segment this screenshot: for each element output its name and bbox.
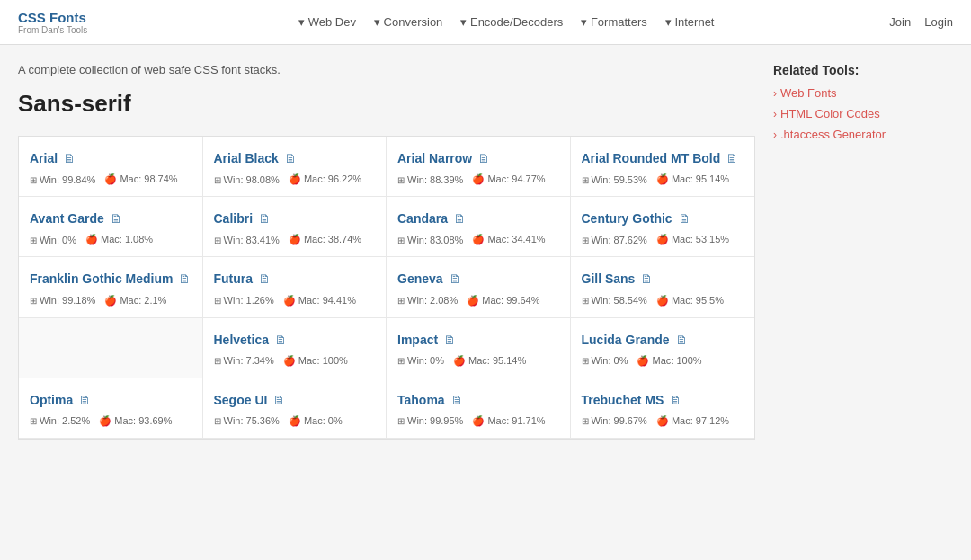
font-link-tahoma[interactable]: Tahoma: [397, 392, 445, 408]
copy-icon-lucidagrande[interactable]: 🗎: [675, 333, 688, 347]
copy-icon-arialrounded[interactable]: 🗎: [726, 151, 738, 165]
lucidagrande-mac-stat: 🍎 Mac: 100%: [637, 355, 701, 367]
segoeui-mac-stat: 🍎 Mac: 0%: [289, 415, 343, 427]
candara-mac-stat: 🍎 Mac: 34.41%: [472, 234, 545, 245]
font-link-trebuchet[interactable]: Trebuchet MS: [582, 392, 664, 408]
copy-icon-candara[interactable]: 🗎: [453, 211, 466, 226]
nav-internet[interactable]: ▾ Internet: [665, 15, 715, 29]
font-cell-helvetica: Helvetica 🗎 Win: 7.34% 🍎 Mac: 100%: [203, 318, 388, 378]
logo-title: CSS Fonts: [18, 10, 87, 25]
copy-icon-gillsans[interactable]: 🗎: [640, 271, 653, 286]
font-cell-segoeui: Segoe UI 🗎 Win: 75.36% 🍎 Mac: 0%: [203, 378, 388, 439]
nav-webdev[interactable]: ▾ Web Dev: [298, 15, 356, 29]
font-cell-candara: Candara 🗎 Win: 83.08% 🍎 Mac: 34.41%: [387, 197, 571, 257]
main-nav: ▾ Web Dev ▾ Conversion ▾ Encode/Decoders…: [123, 15, 889, 29]
copy-icon-arial[interactable]: 🗎: [63, 151, 76, 165]
futura-mac-stat: 🍎 Mac: 94.41%: [283, 295, 356, 307]
nav-conversion[interactable]: ▾ Conversion: [374, 15, 442, 29]
header: CSS Fonts From Dan's Tools ▾ Web Dev ▾ C…: [0, 0, 971, 45]
font-cell-franklingothic: Franklin Gothic Medium 🗎 Win: 99.18% 🍎 M…: [19, 257, 203, 317]
font-link-gillsans[interactable]: Gill Sans: [582, 271, 636, 287]
copy-icon-futura[interactable]: 🗎: [258, 271, 271, 286]
login-link[interactable]: Login: [924, 15, 953, 29]
font-link-calibri[interactable]: Calibri: [214, 210, 254, 227]
copy-icon-arialnarrow[interactable]: 🗎: [477, 151, 490, 165]
copy-icon-segoeui[interactable]: 🗎: [272, 393, 285, 407]
copy-icon-centurygothic[interactable]: 🗎: [678, 211, 690, 226]
font-link-lucidagrande[interactable]: Lucida Grande: [582, 332, 670, 348]
copy-icon-geneva[interactable]: 🗎: [449, 271, 461, 286]
font-link-avantgarde[interactable]: Avant Garde: [30, 210, 104, 227]
arrow-icon-htaccess: ›: [773, 129, 777, 141]
font-link-helvetica[interactable]: Helvetica: [214, 332, 269, 348]
impact-mac-stat: 🍎 Mac: 95.14%: [453, 355, 526, 367]
font-cell-futura: Futura 🗎 Win: 1.26% 🍎 Mac: 94.41%: [203, 257, 388, 317]
copy-icon-franklingothic[interactable]: 🗎: [178, 271, 191, 286]
centurygothic-mac-stat: 🍎 Mac: 53.15%: [656, 234, 729, 245]
font-link-optima[interactable]: Optima: [30, 392, 73, 408]
nav-right: Join Login: [889, 15, 953, 29]
font-link-centurygothic[interactable]: Century Gothic: [582, 210, 673, 227]
futura-win-stat: Win: 1.26%: [214, 295, 274, 307]
arial-win-stat: Win: 99.84%: [30, 173, 95, 185]
font-link-geneva[interactable]: Geneva: [397, 271, 443, 287]
font-link-arialnarrow[interactable]: Arial Narrow: [397, 150, 472, 166]
nav-formatters[interactable]: ▾ Formatters: [581, 15, 646, 29]
related-link-htaccess[interactable]: › .htaccess Generator: [773, 128, 953, 141]
arialblack-win-stat: Win: 98.08%: [214, 173, 280, 185]
font-grid: Arial 🗎 Win: 99.84% 🍎 Mac: 98.74% Arial …: [18, 136, 755, 440]
section-title: Sans-serif: [18, 90, 755, 118]
copy-icon-helvetica[interactable]: 🗎: [274, 333, 287, 347]
font-cell-tahoma: Tahoma 🗎 Win: 99.95% 🍎 Mac: 91.71%: [387, 378, 571, 439]
arialblack-mac-stat: 🍎 Mac: 96.22%: [289, 173, 361, 185]
franklingothic-win-stat: Win: 99.18%: [30, 295, 95, 307]
font-link-franklingothic[interactable]: Franklin Gothic Medium: [30, 271, 173, 287]
copy-icon-impact[interactable]: 🗎: [443, 333, 456, 347]
font-cell-empty: [19, 318, 203, 378]
centurygothic-win-stat: Win: 87.62%: [582, 234, 647, 245]
font-cell-arialnarrow: Arial Narrow 🗎 Win: 88.39% 🍎 Mac: 94.77%: [387, 137, 571, 197]
optima-win-stat: Win: 2.52%: [30, 415, 90, 427]
arialrounded-mac-stat: 🍎 Mac: 95.14%: [656, 173, 729, 185]
font-cell-calibri: Calibri 🗎 Win: 83.41% 🍎 Mac: 38.74%: [203, 197, 388, 257]
calibri-mac-stat: 🍎 Mac: 38.74%: [289, 234, 361, 245]
logo-subtitle: From Dan's Tools: [18, 25, 87, 35]
arrow-icon-htmlcolor: ›: [773, 108, 777, 120]
arialnarrow-win-stat: Win: 88.39%: [397, 173, 463, 185]
copy-icon-avantgarde[interactable]: 🗎: [110, 211, 122, 226]
copy-icon-arialblack[interactable]: 🗎: [284, 151, 297, 165]
related-label-htaccess: .htaccess Generator: [780, 128, 886, 141]
font-cell-optima: Optima 🗎 Win: 2.52% 🍎 Mac: 93.69%: [19, 378, 203, 439]
lucidagrande-win-stat: Win: 0%: [582, 355, 628, 367]
franklingothic-mac-stat: 🍎 Mac: 2.1%: [104, 295, 166, 307]
font-link-futura[interactable]: Futura: [214, 271, 254, 287]
font-link-arialrounded[interactable]: Arial Rounded MT Bold: [582, 150, 721, 166]
font-link-candara[interactable]: Candara: [397, 210, 448, 227]
related-label-webfonts: Web Fonts: [780, 86, 837, 100]
related-link-htmlcolor[interactable]: › HTML Color Codes: [773, 107, 953, 120]
copy-icon-calibri[interactable]: 🗎: [258, 211, 271, 226]
copy-icon-tahoma[interactable]: 🗎: [450, 393, 463, 407]
font-cell-arial: Arial 🗎 Win: 99.84% 🍎 Mac: 98.74%: [19, 137, 203, 197]
font-link-arialblack[interactable]: Arial Black: [214, 150, 279, 166]
font-link-impact[interactable]: Impact: [397, 332, 438, 348]
font-link-segoeui[interactable]: Segoe UI: [214, 392, 268, 408]
join-link[interactable]: Join: [889, 15, 911, 29]
gillsans-mac-stat: 🍎 Mac: 95.5%: [656, 295, 724, 307]
main-layout: A complete collection of web safe CSS fo…: [0, 45, 971, 458]
font-link-arial[interactable]: Arial: [30, 150, 58, 166]
related-label-htmlcolor: HTML Color Codes: [780, 107, 880, 120]
copy-icon-trebuchet[interactable]: 🗎: [669, 393, 681, 407]
logo[interactable]: CSS Fonts From Dan's Tools: [18, 10, 87, 35]
font-cell-lucidagrande: Lucida Grande 🗎 Win: 0% 🍎 Mac: 100%: [571, 318, 755, 378]
trebuchet-win-stat: Win: 99.67%: [582, 415, 647, 427]
nav-encode[interactable]: ▾ Encode/Decoders: [460, 15, 563, 29]
gillsans-win-stat: Win: 58.54%: [582, 295, 647, 307]
tahoma-mac-stat: 🍎 Mac: 91.71%: [472, 415, 545, 427]
page-subtitle: A complete collection of web safe CSS fo…: [18, 63, 755, 76]
copy-icon-optima[interactable]: 🗎: [78, 393, 91, 407]
tahoma-win-stat: Win: 99.95%: [397, 415, 463, 427]
font-cell-trebuchet: Trebuchet MS 🗎 Win: 99.67% 🍎 Mac: 97.12%: [571, 378, 755, 439]
related-link-webfonts[interactable]: › Web Fonts: [773, 86, 953, 100]
geneva-mac-stat: 🍎 Mac: 99.64%: [467, 295, 539, 307]
